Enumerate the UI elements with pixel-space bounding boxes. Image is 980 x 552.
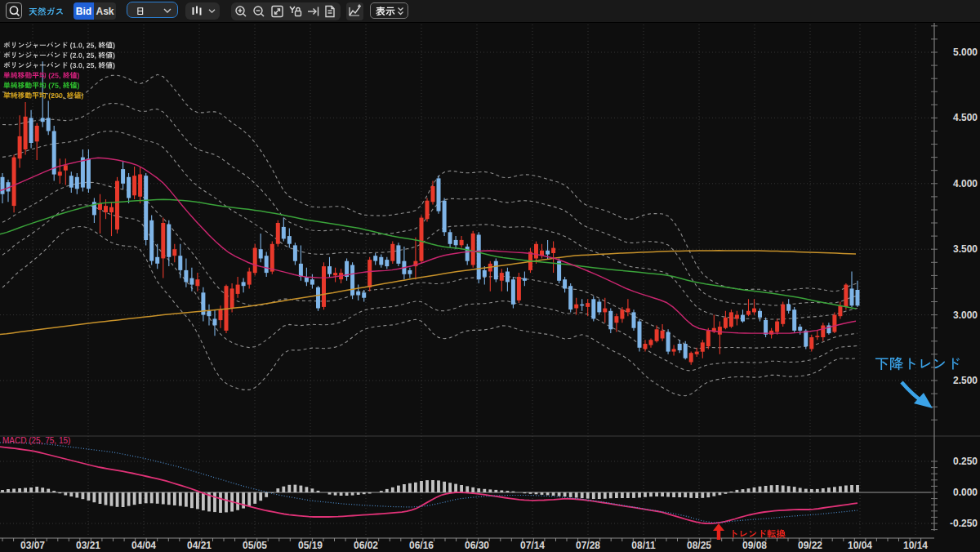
svg-text:3.000: 3.000 [953, 309, 978, 321]
svg-text:10/14: 10/14 [903, 540, 928, 551]
svg-text:0.000: 0.000 [953, 487, 978, 498]
svg-text:06/16: 06/16 [409, 540, 434, 551]
svg-text:06/02: 06/02 [354, 540, 378, 551]
svg-text:-0.250: -0.250 [950, 518, 978, 529]
svg-text:2.500: 2.500 [953, 375, 978, 386]
svg-text:03/21: 03/21 [76, 540, 100, 551]
svg-text:4.000: 4.000 [953, 178, 978, 189]
svg-text:3.500: 3.500 [953, 243, 978, 255]
svg-text:05/05: 05/05 [243, 540, 267, 551]
svg-text:10/04: 10/04 [848, 540, 872, 551]
svg-text:0.250: 0.250 [953, 456, 978, 467]
svg-text:06/30: 06/30 [465, 540, 489, 551]
svg-text:4.500: 4.500 [953, 112, 978, 123]
svg-text:08/11: 08/11 [631, 540, 656, 551]
svg-text:04/04: 04/04 [131, 540, 156, 551]
svg-text:5.000: 5.000 [953, 47, 978, 58]
svg-text:07/14: 07/14 [520, 540, 545, 551]
svg-text:03/07: 03/07 [20, 540, 45, 551]
svg-text:09/08: 09/08 [742, 540, 767, 551]
svg-text:05/19: 05/19 [298, 540, 323, 551]
svg-text:07/28: 07/28 [576, 540, 600, 551]
svg-text:MACD (25, 75, 15): MACD (25, 75, 15) [2, 436, 70, 445]
svg-text:08/25: 08/25 [687, 540, 711, 551]
svg-text:09/22: 09/22 [798, 540, 822, 551]
svg-text:04/21: 04/21 [187, 540, 212, 551]
